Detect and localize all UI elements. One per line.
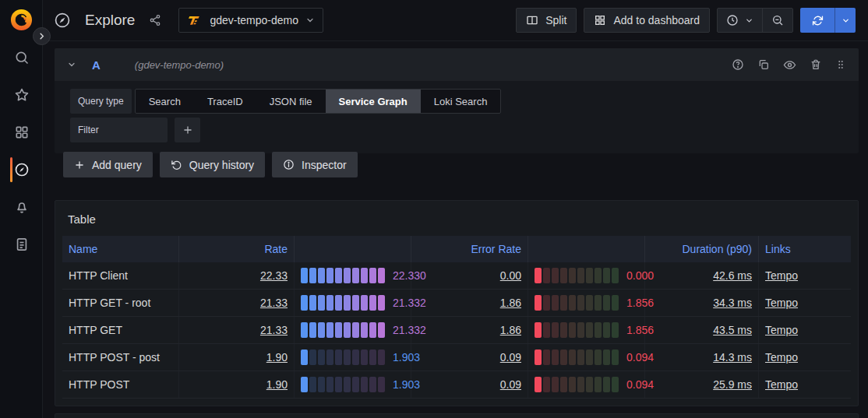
sidebar-item-search[interactable] [0, 50, 43, 65]
column-header[interactable]: Error Rate [411, 236, 528, 262]
tempo-link[interactable]: Tempo [765, 324, 798, 336]
gauge-segment [586, 295, 593, 311]
clock-icon [726, 14, 739, 26]
tempo-link[interactable]: Tempo [765, 351, 798, 364]
gauge-segment [318, 295, 325, 311]
grafana-logo[interactable] [9, 8, 34, 32]
sidebar-item-docs[interactable] [0, 237, 43, 252]
error-rate-link[interactable]: 0.09 [500, 378, 521, 391]
duration-link[interactable]: 14.3 ms [713, 351, 752, 364]
collapse-query-icon[interactable] [67, 60, 76, 69]
gauge-segment [361, 350, 368, 365]
gauge-segment [560, 377, 567, 392]
gauge-segment [552, 322, 559, 338]
cell-error-rate: 0.09 [411, 344, 528, 371]
share-icon[interactable] [149, 14, 161, 26]
query-type-tab[interactable]: TraceID [194, 90, 256, 113]
cell-links: Tempo [759, 290, 851, 316]
add-query-button[interactable]: Add query [63, 152, 153, 177]
split-button[interactable]: Split [516, 8, 577, 33]
query-type-tab[interactable]: Service Graph [326, 90, 421, 113]
refresh-button[interactable] [800, 8, 834, 33]
column-header[interactable]: Duration (p90) [645, 236, 759, 262]
gauge-segment [595, 350, 602, 365]
query-ref-id[interactable]: A [92, 58, 101, 72]
cell-links: Tempo [759, 317, 851, 343]
gauge-segment [612, 322, 619, 338]
drag-handle-icon[interactable] [835, 58, 846, 72]
run-query-button [800, 8, 856, 33]
sidebar-item-starred[interactable] [0, 87, 43, 103]
duration-link[interactable]: 42.6 ms [713, 269, 752, 282]
sidebar-item-explore[interactable] [0, 162, 43, 177]
cell-links: Tempo [759, 262, 851, 289]
cell-error-gauge: 0.094 [528, 344, 645, 371]
datasource-picker[interactable]: gdev-tempo-demo [178, 8, 323, 33]
column-header[interactable] [295, 236, 411, 262]
add-to-dashboard-button[interactable]: Add to dashboard [584, 8, 710, 33]
error-rate-link[interactable]: 1.86 [500, 297, 521, 309]
copy-icon[interactable] [757, 58, 770, 72]
gauge-segment [352, 350, 359, 365]
query-history-button[interactable]: Query history [160, 152, 265, 177]
cell-duration: 43.5 ms [645, 317, 759, 343]
table-header-row: NameRateError RateDuration (p90)Links [62, 236, 851, 262]
duration-link[interactable]: 43.5 ms [713, 324, 752, 336]
gauge-segment [378, 268, 385, 283]
cell-rate: 21.33 [179, 317, 295, 343]
cell-links: Tempo [759, 344, 851, 371]
column-header[interactable] [528, 236, 645, 262]
chevron-down-icon [745, 16, 753, 25]
sidebar-item-alerting[interactable] [0, 199, 43, 215]
duration-link[interactable]: 25.9 ms [713, 378, 752, 391]
rate-link[interactable]: 21.33 [260, 324, 288, 336]
rate-link[interactable]: 1.90 [266, 378, 288, 391]
tempo-datasource-icon [187, 12, 203, 28]
gauge-segment [361, 268, 368, 283]
sidebar-item-dashboards[interactable] [0, 125, 43, 140]
column-header[interactable]: Rate [179, 236, 295, 262]
help-icon[interactable] [732, 58, 744, 72]
error-rate-link[interactable]: 0.00 [500, 269, 521, 282]
add-filter-button[interactable] [175, 118, 200, 142]
gauge-segment [326, 295, 333, 311]
gauge-segment [326, 268, 333, 283]
service-graph-table: NameRateError RateDuration (p90)Links HT… [62, 236, 851, 399]
duration-link[interactable]: 34.3 ms [713, 297, 752, 309]
error-rate-link[interactable]: 0.09 [500, 351, 521, 364]
error-rate-link[interactable]: 1.86 [500, 324, 521, 336]
chevron-down-icon [305, 16, 315, 25]
tempo-link[interactable]: Tempo [765, 297, 798, 309]
gauge-segment [352, 322, 359, 338]
gauge-segment [344, 377, 351, 392]
gauge-segment [612, 268, 619, 283]
rate-link[interactable]: 1.90 [266, 351, 288, 364]
refresh-interval-dropdown[interactable] [834, 8, 856, 33]
rate-link[interactable]: 22.33 [260, 269, 288, 282]
rate-link[interactable]: 21.33 [260, 297, 288, 309]
inspector-button[interactable]: Inspector [272, 152, 358, 177]
gauge-segment [352, 377, 359, 392]
column-header[interactable]: Links [759, 236, 851, 262]
bell-icon [14, 199, 30, 215]
trash-icon[interactable] [810, 58, 822, 72]
query-type-tab[interactable]: Search [136, 90, 194, 113]
column-header[interactable]: Name [62, 236, 179, 262]
eye-icon[interactable] [783, 58, 796, 72]
gauge-segment [595, 377, 602, 392]
time-controls [717, 8, 793, 33]
query-row-header: A (gdev-tempo-demo) [55, 48, 859, 81]
tempo-link[interactable]: Tempo [765, 378, 798, 391]
cell-name: HTTP GET - root [62, 290, 179, 316]
cell-rate-gauge: 21.332 [295, 317, 411, 343]
gauge-segment [301, 268, 308, 283]
query-type-tab[interactable]: JSON file [256, 90, 326, 113]
zoom-out-button[interactable] [762, 9, 792, 32]
expand-sidebar-button[interactable] [33, 27, 51, 45]
time-picker-button[interactable] [718, 9, 762, 32]
lcd-gauge [301, 322, 385, 338]
query-editor-body: Query type SearchTraceIDJSON fileService… [55, 81, 859, 153]
tempo-link[interactable]: Tempo [765, 269, 798, 282]
query-type-tab[interactable]: Loki Search [421, 90, 501, 113]
gauge-segment [352, 295, 359, 311]
